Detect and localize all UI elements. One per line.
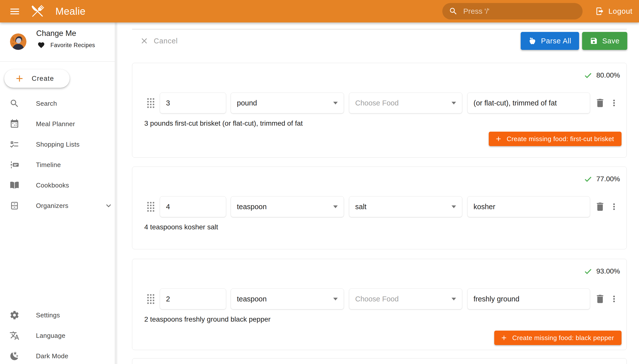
sidebar-item-settings[interactable]: Settings	[0, 305, 115, 325]
quantity-input[interactable]	[160, 288, 226, 310]
caret-down-icon	[452, 298, 456, 300]
sidebar-item-cookbooks[interactable]: Cookbooks	[0, 175, 115, 196]
sidebar-item-dark-mode[interactable]: Dark Mode	[0, 346, 115, 364]
app-header: Mealie Logout	[0, 0, 639, 22]
create-missing-food-label: Create missing food: first-cut brisket	[507, 135, 614, 143]
sidebar-item-shopping-lists[interactable]: Shopping Lists	[0, 134, 115, 154]
cancel-label: Cancel	[154, 37, 178, 45]
check-icon	[583, 70, 593, 80]
caret-down-icon	[333, 102, 338, 104]
search-input[interactable]	[463, 7, 576, 16]
save-button[interactable]: Save	[582, 32, 627, 50]
sidebar-item-search[interactable]: Search	[0, 93, 115, 114]
caret-down-icon	[333, 206, 338, 208]
drag-handle-icon[interactable]	[147, 294, 154, 304]
plus-icon	[14, 73, 25, 84]
drag-handle-icon[interactable]	[147, 98, 154, 108]
note-input[interactable]	[467, 196, 590, 217]
global-search[interactable]	[442, 3, 583, 20]
create-missing-food-button[interactable]: Create missing food: first-cut brisket	[489, 132, 621, 146]
sidebar-item-organizers[interactable]: Organizers	[0, 196, 115, 216]
unit-value: pound	[237, 99, 257, 107]
food-placeholder: Choose Food	[355, 295, 399, 303]
fork-knife-logo-icon	[29, 3, 46, 20]
delete-button[interactable]	[592, 201, 608, 212]
scrolled-card-edge	[132, 29, 627, 30]
heart-icon	[38, 42, 45, 49]
timeline-icon	[10, 160, 20, 170]
save-icon	[590, 37, 598, 45]
quantity-input[interactable]	[160, 196, 226, 217]
unit-select[interactable]: teaspoon	[231, 288, 344, 310]
unit-value: teaspoon	[237, 203, 267, 211]
more-options-button[interactable]	[608, 202, 620, 212]
food-value: salt	[355, 203, 366, 211]
menu-icon[interactable]	[9, 6, 21, 17]
list-checks-icon	[10, 139, 20, 149]
food-select[interactable]: salt	[349, 196, 462, 217]
favorite-recipes-label: Favorite Recipes	[50, 42, 95, 48]
original-ingredient-text: 4 teaspoons kosher salt	[144, 223, 218, 231]
confidence-value: 93.00%	[596, 267, 620, 275]
sidebar-item-language[interactable]: Language	[0, 325, 115, 346]
ingredient-card: 93.00% teaspoon Choose Food 2 teaspoons …	[132, 259, 627, 350]
food-placeholder: Choose Food	[355, 99, 399, 107]
mealie-app: Mealie Logout Change Me	[0, 0, 639, 364]
logout-button[interactable]: Logout	[595, 0, 632, 22]
confidence-badge: 77.00%	[583, 174, 620, 184]
logout-label: Logout	[608, 7, 632, 16]
apple-icon	[528, 37, 536, 45]
confidence-badge: 80.00%	[583, 70, 620, 80]
translate-icon	[10, 330, 20, 340]
favorite-recipes-link[interactable]: Favorite Recipes	[38, 42, 95, 49]
dots-vertical-icon	[609, 98, 619, 108]
food-select[interactable]: Choose Food	[349, 288, 462, 310]
parse-all-button[interactable]: Parse All	[521, 32, 579, 50]
confidence-value: 77.00%	[596, 175, 620, 183]
original-ingredient-text: 3 pounds first-cut brisket (or flat-cut)…	[144, 120, 303, 128]
unit-select[interactable]: pound	[231, 92, 344, 114]
app-title: Mealie	[55, 0, 86, 22]
confidence-badge: 93.00%	[583, 266, 620, 276]
drag-handle-icon[interactable]	[147, 202, 154, 212]
create-missing-food-button[interactable]: Create missing food: black pepper	[494, 330, 621, 345]
sidebar-item-label: Organizers	[36, 202, 68, 210]
delete-button[interactable]	[592, 98, 608, 108]
delete-button[interactable]	[592, 294, 608, 304]
dots-vertical-icon	[609, 202, 619, 212]
unit-value: teaspoon	[237, 295, 267, 303]
save-label: Save	[602, 37, 619, 45]
chevron-down-icon[interactable]	[104, 201, 113, 210]
caret-down-icon	[333, 298, 338, 300]
quantity-input[interactable]	[160, 92, 226, 114]
parse-all-label: Parse All	[541, 37, 571, 45]
cancel-button[interactable]: Cancel	[140, 32, 178, 50]
more-options-button[interactable]	[608, 294, 620, 304]
ingredient-fields-row: pound Choose Food	[139, 92, 620, 114]
ingredient-fields-row: teaspoon Choose Food	[139, 288, 620, 310]
avatar[interactable]	[10, 34, 27, 50]
sidebar-item-label: Settings	[36, 312, 60, 319]
confidence-value: 80.00%	[596, 71, 620, 79]
sidebar-item-meal-planner[interactable]: Meal Planner	[0, 114, 115, 134]
sidebar-item-label: Language	[36, 332, 65, 340]
book-open-icon	[10, 180, 20, 190]
plus-icon	[500, 334, 508, 342]
ingredient-parser-panel: Cancel Parse All Save 80.00% pound	[117, 22, 639, 364]
note-input[interactable]	[467, 288, 590, 310]
create-button-label: Create	[32, 75, 54, 82]
sidebar-item-label: Timeline	[36, 161, 61, 169]
sidebar-item-timeline[interactable]: Timeline	[0, 154, 115, 175]
gear-icon	[10, 310, 20, 320]
create-missing-food-label: Create missing food: black pepper	[512, 334, 614, 342]
trash-icon	[594, 201, 605, 212]
cabinet-icon	[10, 201, 20, 211]
note-input[interactable]	[467, 92, 590, 114]
more-options-button[interactable]	[608, 98, 620, 108]
create-button[interactable]: Create	[4, 69, 70, 88]
unit-select[interactable]: teaspoon	[231, 196, 344, 217]
moon-icon	[10, 351, 20, 361]
food-select[interactable]: Choose Food	[349, 92, 462, 114]
caret-down-icon	[452, 206, 456, 208]
trash-icon	[594, 294, 605, 304]
